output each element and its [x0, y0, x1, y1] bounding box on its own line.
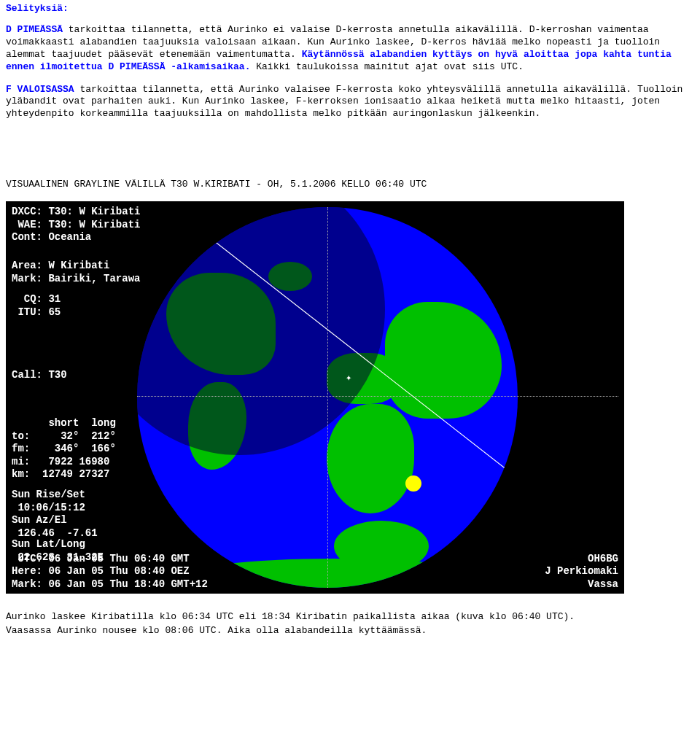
map-cq-block: CQ: 31 ITU: 65 — [12, 293, 61, 319]
grayline-map: ✦ DXCC: T30: W Kiribati WAE: T30: W Kiri… — [6, 201, 624, 594]
axis-horizontal — [137, 396, 618, 397]
paragraph-d-pimeassa: D PIMEÄSSÄ tarkoittaa tilannetta, että A… — [6, 24, 694, 74]
map-author-block: OH6BG J Perkiomaki Vassa — [545, 553, 618, 591]
map-time-block: UTC: 06 Jan 05 Thu 06:40 GMT Here: 06 Ja… — [12, 553, 208, 591]
landmass-antarctica — [181, 559, 487, 588]
landmass-africa — [327, 404, 414, 513]
home-marker-icon: ✦ — [346, 371, 351, 384]
map-area-block: Area: W Kiribati Mark: Bairiki, Tarawa — [12, 260, 140, 285]
landmass-asia — [385, 302, 502, 419]
term-f-valoisassa: F VALOISASSA — [6, 84, 74, 95]
map-path-block: short long to: 32° 212° fm: 346° 166° mi… — [12, 417, 116, 481]
map-caption-above: VISUAALINEN GRAYLINE VÄLILLÄ T30 W.KIRIB… — [6, 179, 694, 191]
sun-icon — [407, 477, 420, 490]
target-marker-icon — [494, 295, 505, 305]
para1-text2: Kaikki taulukoissa mainitut ajat ovat si… — [250, 61, 523, 72]
map-sun-block: Sun Rise/Set 10:06/15:12 Sun Az/El 126.4… — [12, 489, 98, 540]
para2-text: tarkoittaa tilannetta, että Aurinko vala… — [6, 84, 682, 120]
map-call-block: Call: T30 — [12, 369, 67, 382]
paragraph-f-valoisassa: F VALOISASSA tarkoittaa tilannetta, että… — [6, 84, 694, 121]
map-caption-below-1: Aurinko laskee Kiribatilla klo 06:34 UTC… — [6, 611, 694, 624]
map-caption-below-2: Vaasassa Aurinko nousee klo 08:06 UTC. A… — [6, 625, 694, 636]
section-header: Selityksiä: — [6, 3, 694, 14]
term-d-pimeassa: D PIMEÄSSÄ — [6, 24, 63, 35]
map-dxcc-block: DXCC: T30: W Kiribati WAE: T30: W Kiriba… — [12, 206, 140, 244]
axis-vertical — [327, 207, 328, 588]
